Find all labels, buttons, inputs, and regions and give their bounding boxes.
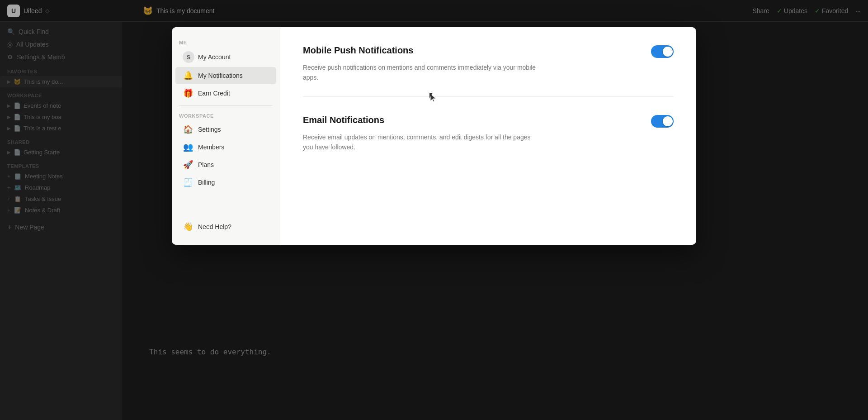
need-help-label: Need Help? xyxy=(198,223,231,230)
billing-icon: 🧾 xyxy=(183,177,193,187)
my-notifications-label: My Notifications xyxy=(198,72,243,79)
my-account-label: My Account xyxy=(198,53,231,61)
modal-nav-plans[interactable]: 🚀 Plans xyxy=(175,156,276,173)
me-section-label: ME xyxy=(172,36,280,47)
settings-label: Settings xyxy=(198,126,221,133)
modal-nav-my-notifications[interactable]: 🔔 My Notifications xyxy=(175,67,276,84)
notifications-icon: 🔔 xyxy=(183,71,193,81)
email-notifications-section: Email Notifications Receive email update… xyxy=(303,115,674,166)
earn-credit-label: Earn Credit xyxy=(198,90,230,97)
modal-sidebar: ME S My Account 🔔 My Notifications 🎁 Ear… xyxy=(172,27,280,245)
mobile-push-description: Receive push notifications on mentions a… xyxy=(303,62,538,83)
modal-overlay[interactable]: ME S My Account 🔔 My Notifications 🎁 Ear… xyxy=(0,0,868,420)
settings-icon: 🏠 xyxy=(183,124,193,134)
mobile-push-title: Mobile Push Notifications xyxy=(303,45,413,56)
email-notifications-title: Email Notifications xyxy=(303,115,384,125)
email-notifications-header: Email Notifications xyxy=(303,115,674,128)
modal-nav-earn-credit[interactable]: 🎁 Earn Credit xyxy=(175,85,276,102)
workspace-section-label: WORKSPACE xyxy=(172,110,280,120)
mobile-push-section: Mobile Push Notifications Receive push n… xyxy=(303,45,674,97)
toggle-thumb xyxy=(663,47,673,57)
earn-credit-icon: 🎁 xyxy=(183,88,193,98)
billing-label: Billing xyxy=(198,179,215,186)
mobile-push-header: Mobile Push Notifications xyxy=(303,45,674,58)
email-notifications-toggle[interactable] xyxy=(651,115,674,128)
modal-main-content: Mobile Push Notifications Receive push n… xyxy=(280,27,696,245)
plans-icon: 🚀 xyxy=(183,160,193,170)
settings-modal: ME S My Account 🔔 My Notifications 🎁 Ear… xyxy=(172,27,696,245)
email-notifications-description: Receive email updates on mentions, comme… xyxy=(303,132,538,153)
need-help-button[interactable]: 👋 Need Help? xyxy=(175,218,276,235)
modal-nav-settings[interactable]: 🏠 Settings xyxy=(175,121,276,138)
modal-nav-members[interactable]: 👥 Members xyxy=(175,138,276,156)
plans-label: Plans xyxy=(198,161,214,168)
toggle-thumb xyxy=(663,116,673,126)
mobile-push-toggle[interactable] xyxy=(651,45,674,58)
account-icon: S xyxy=(183,51,193,63)
wave-icon: 👋 xyxy=(183,222,193,232)
members-icon: 👥 xyxy=(183,142,193,152)
modal-nav-my-account[interactable]: S My Account xyxy=(175,48,276,67)
modal-nav-billing[interactable]: 🧾 Billing xyxy=(175,174,276,191)
modal-divider xyxy=(179,105,273,106)
members-label: Members xyxy=(198,143,224,151)
